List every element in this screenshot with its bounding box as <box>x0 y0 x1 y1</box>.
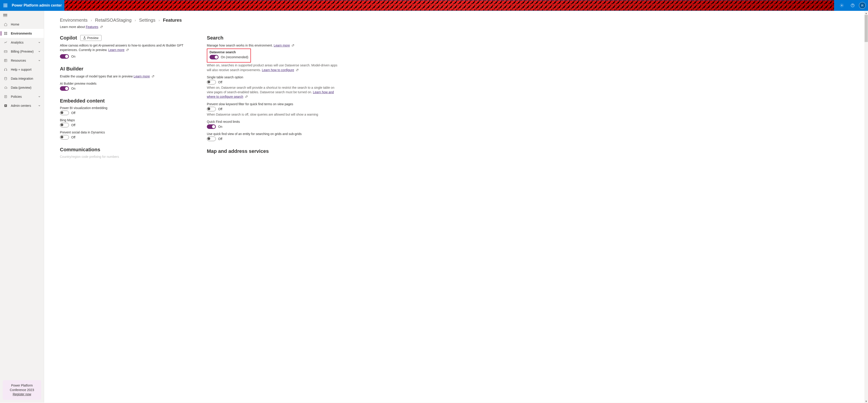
section-title: Communications <box>60 147 100 153</box>
toggle-state: On <box>71 87 75 90</box>
chevron-right-icon: › <box>91 18 92 22</box>
sidebar-label: Billing (Preview) <box>11 50 35 53</box>
setting-label: AI Builder preview models <box>60 82 193 85</box>
toggle-state: Off <box>218 80 222 84</box>
toggle-state: On <box>218 125 222 129</box>
section-title: Copilot <box>60 35 77 41</box>
setting-label: Bing Maps <box>60 118 193 122</box>
chevron-down-icon <box>38 104 41 107</box>
powerbi-embedding-toggle[interactable] <box>60 111 69 115</box>
breadcrumb: Environments › RetailSOAStaging › Settin… <box>60 18 340 23</box>
section-description: Manage how search works in this environm… <box>207 43 340 47</box>
section-title: Search <box>207 35 223 41</box>
setting-label: Quick Find record limits <box>207 120 340 124</box>
setting-description: When Dataverse search is off, slow queri… <box>207 112 340 117</box>
setting-description: When on, Dataverse search will provide a… <box>207 85 340 99</box>
promo-card: Power Platform Conference 2023 Register … <box>3 380 41 400</box>
svg-rect-9 <box>4 70 5 71</box>
promo-register-link[interactable]: Register now <box>13 392 31 396</box>
data-integration-icon <box>4 77 8 80</box>
chevron-down-icon <box>38 59 41 62</box>
section-title: AI Builder <box>60 66 84 72</box>
sidebar-item-environments[interactable]: Environments <box>0 29 44 38</box>
prevent-slow-keyword-toggle[interactable] <box>207 107 216 111</box>
svg-rect-4 <box>6 32 7 33</box>
sidebar-item-data-integration[interactable]: Data integration <box>0 74 44 83</box>
setting-label: Power BI visualization embedding <box>60 106 193 110</box>
toggle-state: Off <box>71 111 75 115</box>
policies-icon <box>4 95 8 98</box>
toggle-state: Off <box>218 107 222 111</box>
svg-rect-3 <box>4 32 5 33</box>
section-map-address: Map and address services <box>207 148 340 154</box>
toggle-state: On <box>71 55 75 58</box>
sidebar-item-admin-centers[interactable]: A Admin centers <box>0 101 44 110</box>
aibuilder-preview-toggle[interactable] <box>60 86 69 91</box>
sidebar: Home Environments Analytics Billing (Pre… <box>0 11 44 403</box>
sidebar-item-billing[interactable]: Billing (Preview) <box>0 47 44 56</box>
chevron-down-icon <box>38 50 41 53</box>
setting-label: Use quick find view of an entity for sea… <box>207 132 340 136</box>
resources-icon <box>4 59 8 62</box>
breadcrumb-settings[interactable]: Settings <box>139 18 155 23</box>
toggle-state: Off <box>218 137 222 141</box>
scrollbar-thumb[interactable] <box>865 15 868 42</box>
sidebar-item-help-support[interactable]: Help + support <box>0 65 44 74</box>
avatar-initial: R <box>861 4 863 7</box>
section-title: Map and address services <box>207 148 269 154</box>
promo-line: Power Platform <box>5 383 39 388</box>
section-copilot: Copilot Preview Allow canvas editors to … <box>60 35 193 59</box>
sidebar-label: Analytics <box>11 41 35 44</box>
vertical-scrollbar[interactable]: ▲ ▼ <box>864 11 868 403</box>
aibuilder-learn-more-link[interactable]: Learn more <box>133 74 150 78</box>
copilot-learn-more-link[interactable]: Learn more <box>108 48 125 52</box>
sidebar-item-resources[interactable]: Resources <box>0 56 44 65</box>
learn-more-features-link[interactable]: Features <box>86 25 98 29</box>
dataverse-configure-link[interactable]: Learn how to configure <box>262 68 294 72</box>
sidebar-label: Environments <box>11 32 41 35</box>
external-link-icon <box>245 95 248 98</box>
dataverse-search-toggle[interactable] <box>210 55 219 59</box>
sidebar-item-analytics[interactable]: Analytics <box>0 38 44 47</box>
main-content: Environments › RetailSOAStaging › Settin… <box>44 11 868 403</box>
breadcrumb-environments[interactable]: Environments <box>60 18 88 23</box>
copilot-toggle[interactable] <box>60 54 69 59</box>
sidebar-item-home[interactable]: Home <box>0 20 44 29</box>
section-ai-builder: AI Builder Enable the usage of model typ… <box>60 66 193 91</box>
header-decorative-pattern <box>64 0 834 11</box>
section-description: Enable the usage of model types that are… <box>60 74 193 78</box>
help-button[interactable] <box>848 0 857 11</box>
waffle-icon <box>4 4 7 7</box>
scroll-down-arrow-icon[interactable]: ▼ <box>864 399 868 403</box>
svg-rect-7 <box>4 51 7 53</box>
section-search: Search Manage how search works in this e… <box>207 35 340 141</box>
single-table-search-toggle[interactable] <box>207 80 216 85</box>
setting-description: When on, searches in supported product a… <box>207 63 340 72</box>
external-link-icon <box>126 48 129 51</box>
setting-label: Country/region code prefixing for number… <box>60 155 193 159</box>
search-learn-more-link[interactable]: Learn more <box>274 43 290 47</box>
breadcrumb-environment-name[interactable]: RetailSOAStaging <box>95 18 131 23</box>
section-communications: Communications Country/region code prefi… <box>60 147 193 159</box>
sidebar-label: Policies <box>11 95 35 98</box>
settings-button[interactable] <box>837 0 846 11</box>
section-description: Allow canvas editors to get AI-powered a… <box>60 43 193 53</box>
admin-centers-icon: A <box>4 104 8 107</box>
sidebar-collapse-button[interactable] <box>0 11 44 20</box>
preview-badge: Preview <box>80 35 101 41</box>
quick-find-limits-toggle[interactable] <box>207 124 216 129</box>
app-launcher-button[interactable] <box>0 0 11 11</box>
chevron-right-icon: › <box>135 18 136 22</box>
sidebar-item-data-preview[interactable]: Data (preview) <box>0 83 44 92</box>
sidebar-label: Resources <box>11 59 35 62</box>
scroll-up-arrow-icon[interactable]: ▲ <box>864 11 868 15</box>
user-avatar[interactable]: R <box>859 2 866 9</box>
external-link-icon <box>291 44 294 47</box>
bing-maps-toggle[interactable] <box>60 123 69 127</box>
setting-label: Dataverse search <box>210 51 248 54</box>
sidebar-item-policies[interactable]: Policies <box>0 92 44 101</box>
prevent-social-data-toggle[interactable] <box>60 135 69 139</box>
quick-find-view-toggle[interactable] <box>207 137 216 141</box>
top-header: Power Platform admin center R <box>0 0 868 11</box>
external-link-icon <box>296 69 299 71</box>
